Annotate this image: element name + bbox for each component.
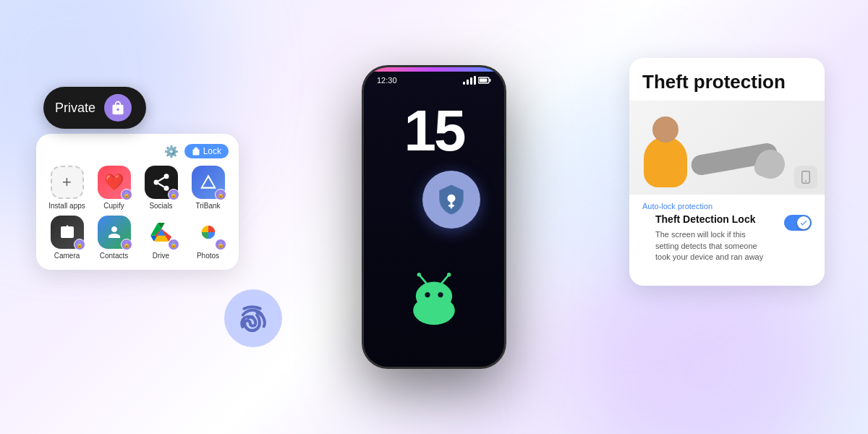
battery-icon <box>478 77 491 84</box>
theft-illustration-container <box>629 101 825 195</box>
cupify-icon: ❤️ 🔒 <box>98 166 131 199</box>
svg-point-15 <box>163 174 169 179</box>
lock-badge-icon <box>192 147 200 156</box>
svg-point-12 <box>417 273 421 276</box>
svg-point-9 <box>425 292 430 297</box>
svg-line-13 <box>442 276 448 284</box>
tribank-icon-svg <box>199 173 218 192</box>
app-grid-header: ⚙️ Lock <box>46 144 229 158</box>
theft-card-illustration <box>629 101 825 195</box>
theft-protection-card: Theft protection Auto-lock protection <box>629 58 825 286</box>
svg-point-10 <box>438 292 443 297</box>
contacts-icon: 🔒 <box>98 216 131 249</box>
svg-point-18 <box>448 195 456 203</box>
svg-point-20 <box>805 180 807 182</box>
svg-point-17 <box>163 186 169 191</box>
fingerprint-icon <box>239 304 268 333</box>
contacts-lock-badge: 🔒 <box>121 239 132 250</box>
theft-detection-toggle[interactable] <box>784 215 812 231</box>
phone-time: 12:30 <box>377 76 397 85</box>
drive-label: Drive <box>153 252 169 260</box>
socials-label: Socials <box>149 202 172 210</box>
drive-icon: 🔒 <box>145 216 178 249</box>
theft-person-body <box>644 137 687 187</box>
svg-rect-5 <box>490 79 491 82</box>
camera-lock-badge: 🔒 <box>74 239 85 250</box>
list-item[interactable]: 🔒 TriBank <box>187 166 229 210</box>
contacts-icon-svg <box>106 224 123 241</box>
svg-rect-2 <box>470 77 472 85</box>
tribank-label: TriBank <box>195 202 220 210</box>
theft-detection-lock-description: The screen will lock if this setting det… <box>642 229 777 274</box>
app-grid-panel: ⚙️ Lock + Install apps ❤️ 🔒 Cupify <box>36 134 239 270</box>
cupify-label: Cupify <box>103 202 124 210</box>
fingerprint-bubble <box>224 289 282 347</box>
android-mascot-svg <box>401 273 467 325</box>
lock-icon-svg <box>111 101 125 115</box>
drive-lock-badge: 🔒 <box>168 239 179 250</box>
theft-card-bottom: Theft Detection Lock The screen will loc… <box>629 213 825 286</box>
socials-icon-svg <box>151 172 171 192</box>
shield-key-icon <box>435 184 467 216</box>
svg-line-11 <box>420 276 426 284</box>
socials-lock-badge: 🔒 <box>168 189 179 200</box>
theft-detection-lock-title: Theft Detection Lock <box>642 213 777 229</box>
theft-card-title: Theft protection <box>629 58 825 101</box>
photos-label: Photos <box>197 252 219 260</box>
theft-phone-icon <box>794 166 817 189</box>
contacts-label: Contacts <box>100 252 128 260</box>
photos-lock-badge: 🔒 <box>215 239 226 250</box>
theft-auto-lock-label: Auto-lock protection <box>629 195 825 213</box>
list-item[interactable]: + Install apps <box>46 166 88 210</box>
theft-card-text-block: Theft Detection Lock The screen will loc… <box>642 213 777 274</box>
tribank-lock-badge: 🔒 <box>215 189 226 200</box>
private-lock-icon <box>104 94 132 122</box>
theft-person-head <box>652 116 678 142</box>
phone-signal <box>463 76 491 85</box>
toggle-check-icon <box>799 218 808 227</box>
install-apps-icon: + <box>51 166 84 199</box>
list-item[interactable]: 🔒 Contacts <box>93 216 135 260</box>
photos-icon: 🔒 <box>192 216 225 249</box>
phone-icon-svg <box>799 171 812 184</box>
private-label: Private <box>55 101 95 116</box>
app-grid: + Install apps ❤️ 🔒 Cupify 🔒 Socials <box>46 166 229 260</box>
svg-point-16 <box>153 180 158 185</box>
signal-icon <box>463 76 476 85</box>
install-apps-label: Install apps <box>48 202 85 210</box>
camera-icon: 🔒 <box>51 216 84 249</box>
svg-point-14 <box>447 273 451 276</box>
private-space-pill[interactable]: Private <box>43 87 146 129</box>
photos-icon-svg <box>198 222 218 242</box>
svg-rect-3 <box>474 76 476 85</box>
list-item[interactable]: 🔒 Socials <box>140 166 182 210</box>
phone-status-bar: 12:30 <box>364 67 504 88</box>
svg-point-8 <box>416 282 452 311</box>
lock-badge[interactable]: Lock <box>184 144 229 158</box>
phone-display-number: 15 <box>404 102 464 160</box>
tribank-icon: 🔒 <box>192 166 225 199</box>
android-mascot <box>401 273 467 323</box>
list-item[interactable]: 🔒 Photos <box>187 216 229 260</box>
svg-rect-0 <box>463 82 465 85</box>
svg-rect-1 <box>467 80 469 85</box>
lock-badge-label: Lock <box>203 146 221 156</box>
camera-label: Camera <box>54 252 80 260</box>
shield-badge <box>422 171 480 229</box>
drive-icon-svg <box>150 223 172 242</box>
settings-icon[interactable]: ⚙️ <box>164 145 179 158</box>
cupify-lock-badge: 🔒 <box>121 189 132 200</box>
list-item[interactable]: ❤️ 🔒 Cupify <box>93 166 135 210</box>
camera-icon-svg <box>59 224 76 241</box>
socials-icon: 🔒 <box>145 166 178 199</box>
svg-rect-6 <box>480 79 488 82</box>
list-item[interactable]: 🔒 Camera <box>46 216 88 260</box>
list-item[interactable]: 🔒 Drive <box>140 216 182 260</box>
